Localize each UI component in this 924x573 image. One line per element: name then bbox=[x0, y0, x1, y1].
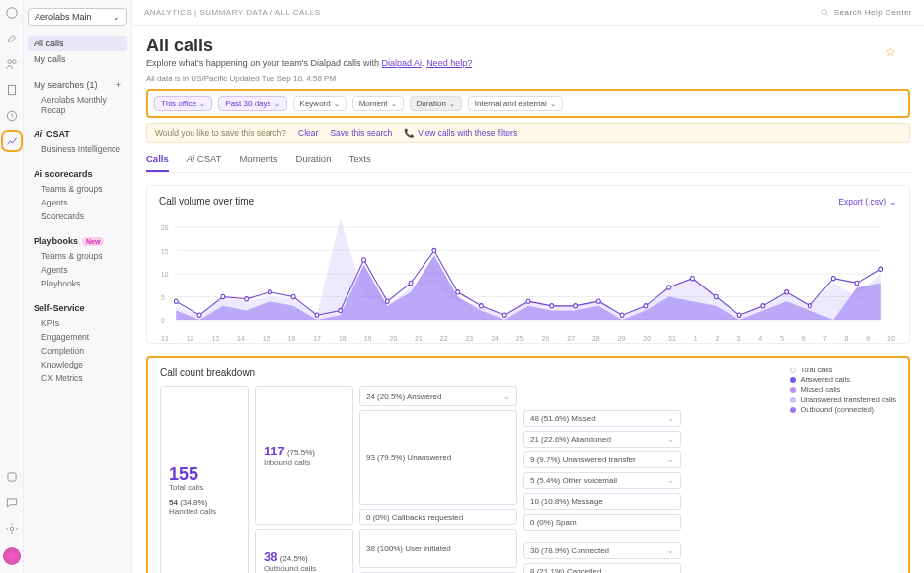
svg-point-24 bbox=[315, 313, 319, 317]
row-answered[interactable]: 24 (20.5%) Answered⌄ bbox=[359, 386, 517, 406]
box-outbound[interactable]: 38 (24.5%) Outbound calls bbox=[255, 529, 353, 573]
svg-point-23 bbox=[291, 294, 295, 298]
row-cancelled[interactable]: 8 (21.1%) Cancelled bbox=[523, 563, 681, 573]
sidebar-hdr-csat: AiCSAT bbox=[28, 126, 127, 142]
row-spam[interactable]: 0 (0%) Spam bbox=[523, 514, 681, 531]
svg-point-28 bbox=[409, 281, 413, 285]
row-message[interactable]: 10 (10.8%) Message bbox=[523, 493, 681, 510]
sidebar-saved-search[interactable]: Aerolabs Monthly Recap bbox=[28, 93, 127, 117]
filter-direction[interactable]: Internal and external⌄ bbox=[468, 96, 563, 111]
row-user-initiated[interactable]: 38 (100%) User initiated bbox=[359, 529, 517, 568]
filter-duration[interactable]: Duration⌄ bbox=[410, 96, 462, 111]
nav-ai-icon[interactable] bbox=[5, 470, 19, 484]
sidebar: Aerolabs Main⌄ All calls My calls My sea… bbox=[24, 0, 132, 573]
sidebar-item-bi[interactable]: Business Intelligence bbox=[28, 142, 127, 156]
logo-icon[interactable] bbox=[5, 6, 19, 20]
svg-point-6 bbox=[10, 527, 14, 531]
svg-point-33 bbox=[526, 299, 530, 303]
svg-point-2 bbox=[12, 60, 15, 63]
sidebar-pb-teams[interactable]: Teams & groups bbox=[28, 249, 127, 263]
nav-history-icon[interactable] bbox=[5, 109, 19, 123]
tab-calls[interactable]: Calls bbox=[146, 153, 169, 172]
data-meta: All data is in US/Pacific Updated Tue Se… bbox=[146, 74, 910, 83]
svg-text:10: 10 bbox=[161, 271, 168, 279]
sidebar-ss-engagement[interactable]: Engagement bbox=[28, 330, 127, 344]
box-inbound[interactable]: 117 (75.5%) Inbound calls bbox=[255, 386, 353, 525]
sidebar-item-all-calls[interactable]: All calls bbox=[28, 36, 127, 51]
sidebar-sc-scorecards[interactable]: Scorecards bbox=[28, 209, 127, 223]
export-csv[interactable]: Export (.csv)⌄ bbox=[838, 197, 897, 206]
call-count-breakdown-card: Call count breakdown Total calls Answere… bbox=[146, 356, 910, 573]
svg-point-22 bbox=[268, 290, 271, 294]
svg-point-32 bbox=[502, 313, 506, 317]
sidebar-hdr-scorecards: Ai scorecards bbox=[28, 166, 127, 182]
legend: Total calls Answered calls Missed calls … bbox=[790, 366, 896, 415]
svg-point-30 bbox=[456, 290, 460, 294]
svg-point-42 bbox=[737, 313, 741, 317]
svg-point-34 bbox=[550, 304, 554, 308]
row-abandoned[interactable]: 21 (22.6%) Abandoned⌄ bbox=[523, 431, 681, 448]
call-volume-card: Call volume over time Export (.csv)⌄ 051… bbox=[146, 185, 910, 344]
svg-point-38 bbox=[644, 304, 648, 308]
row-voicemail[interactable]: 5 (5.4%) Other voicemail⌄ bbox=[523, 472, 681, 489]
svg-point-26 bbox=[362, 258, 366, 262]
filter-moment[interactable]: Moment⌄ bbox=[352, 96, 404, 111]
svg-point-43 bbox=[761, 304, 765, 308]
search-help[interactable]: Search Help Center bbox=[820, 8, 912, 18]
svg-point-31 bbox=[480, 304, 484, 308]
tabs: Calls Ai CSAT Moments Duration Texts bbox=[146, 153, 910, 173]
sidebar-item-my-searches[interactable]: My searches (1)+ bbox=[28, 77, 127, 93]
svg-rect-3 bbox=[8, 85, 15, 94]
add-search-icon[interactable]: + bbox=[116, 80, 121, 90]
tab-moments[interactable]: Moments bbox=[239, 153, 277, 172]
link-dialpad-ai[interactable]: Dialpad Ai bbox=[382, 58, 423, 68]
sidebar-ss-completion[interactable]: Completion bbox=[28, 344, 127, 358]
svg-point-29 bbox=[432, 248, 436, 252]
icon-rail bbox=[0, 0, 24, 573]
chart-volume: 05101520 1112131415161718192021222324252… bbox=[159, 214, 897, 333]
row-callbacks-req[interactable]: 0 (0%) Callbacks requested bbox=[359, 509, 517, 525]
save-search-link[interactable]: Save this search bbox=[330, 128, 392, 138]
nav-settings-icon[interactable] bbox=[5, 522, 19, 535]
nav-people-icon[interactable] bbox=[5, 57, 19, 71]
sidebar-sc-agents[interactable]: Agents bbox=[28, 196, 127, 209]
svg-point-44 bbox=[785, 290, 789, 294]
avatar[interactable] bbox=[3, 547, 21, 565]
svg-point-36 bbox=[596, 299, 600, 303]
tab-csat[interactable]: Ai CSAT bbox=[187, 153, 222, 172]
sidebar-pb-agents[interactable]: Agents bbox=[28, 263, 127, 277]
box-total[interactable]: 155 Total calls 54 (34.8%) Handled calls bbox=[160, 386, 249, 573]
nav-analytics-icon[interactable] bbox=[5, 134, 19, 148]
org-selector[interactable]: Aerolabs Main⌄ bbox=[28, 8, 127, 26]
page-title: All calls bbox=[146, 36, 910, 56]
save-search-bar: Would you like to save this search? Clea… bbox=[146, 123, 910, 143]
tab-texts[interactable]: Texts bbox=[348, 153, 370, 172]
row-connected[interactable]: 30 (78.9%) Connected⌄ bbox=[523, 542, 681, 559]
filter-keyword[interactable]: Keyword⌄ bbox=[293, 96, 346, 111]
nav-doc-icon[interactable] bbox=[5, 83, 19, 97]
link-need-help[interactable]: Need help? bbox=[426, 58, 472, 68]
row-unanswered[interactable]: 93 (79.5%) Unanswered bbox=[359, 410, 517, 505]
nav-chat-icon[interactable] bbox=[5, 496, 19, 510]
row-unans-transfer[interactable]: 9 (9.7%) Unanswered transfer⌄ bbox=[523, 451, 681, 468]
sidebar-sc-teams[interactable]: Teams & groups bbox=[28, 182, 127, 196]
filter-office[interactable]: This office⌄ bbox=[154, 96, 212, 111]
sidebar-pb-playbooks[interactable]: Playbooks bbox=[28, 277, 127, 290]
clear-link[interactable]: Clear bbox=[298, 128, 318, 138]
filter-daterange[interactable]: Past 30 days⌄ bbox=[218, 96, 286, 111]
sidebar-hdr-selfservice: Self-Service bbox=[28, 300, 127, 316]
svg-point-40 bbox=[691, 277, 695, 281]
svg-point-41 bbox=[714, 294, 718, 298]
row-missed[interactable]: 48 (51.6%) Missed⌄ bbox=[523, 410, 681, 427]
svg-point-18 bbox=[174, 299, 178, 303]
view-calls-link[interactable]: 📞View calls with these filters bbox=[404, 128, 517, 138]
svg-rect-5 bbox=[7, 473, 15, 481]
sidebar-item-my-calls[interactable]: My calls bbox=[28, 51, 127, 67]
star-icon[interactable]: ☆ bbox=[886, 45, 896, 59]
nav-rocket-icon[interactable] bbox=[5, 32, 19, 45]
chevron-down-icon: ⌄ bbox=[889, 197, 897, 206]
sidebar-ss-kpis[interactable]: KPIs bbox=[28, 316, 127, 330]
tab-duration[interactable]: Duration bbox=[296, 153, 332, 172]
sidebar-ss-cx[interactable]: CX Metrics bbox=[28, 371, 127, 385]
sidebar-ss-knowledge[interactable]: Knowledge bbox=[28, 358, 127, 371]
